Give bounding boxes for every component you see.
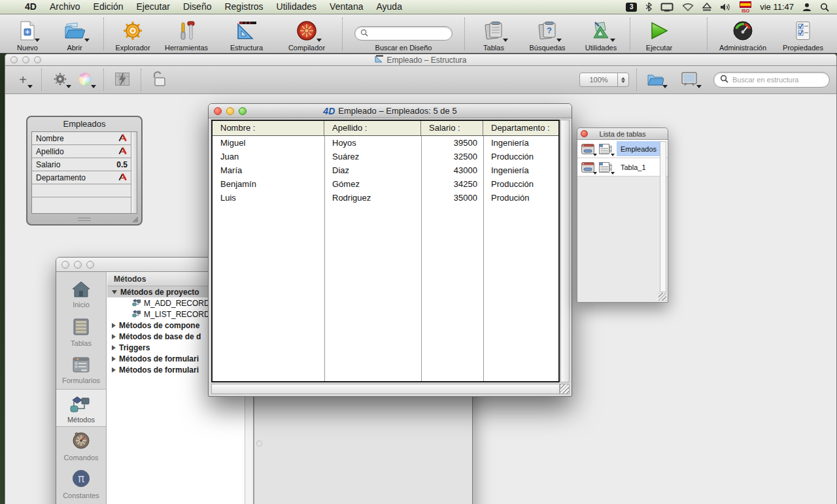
- record-row[interactable]: Juan Suárez 32500 Producción: [213, 150, 558, 163]
- structure-button[interactable]: Estructura: [216, 16, 277, 52]
- close-button[interactable]: [214, 107, 222, 115]
- menu-edicion[interactable]: Edición: [87, 0, 130, 14]
- disclosure-closed-icon[interactable]: [112, 367, 116, 373]
- administration-button[interactable]: Administración: [713, 16, 773, 52]
- field-row-apellido[interactable]: Apellido: [32, 145, 137, 158]
- field-row-departamento[interactable]: Departamento: [32, 171, 137, 184]
- output-form-icon[interactable]: [598, 161, 613, 174]
- palette-titlebar[interactable]: Lista de tablas: [577, 128, 668, 140]
- table-graphic-scrollbar[interactable]: [131, 132, 137, 213]
- records-titlebar[interactable]: 4D Empleado – Empleados: 5 de 5: [209, 104, 572, 118]
- menu-ejecutar[interactable]: Ejecutar: [130, 0, 177, 14]
- field-row-empty[interactable]: [32, 184, 137, 197]
- menu-archivo[interactable]: Archivo: [43, 0, 87, 14]
- run-button[interactable]: Ejecutar: [636, 16, 683, 52]
- spotlight-icon[interactable]: [820, 3, 829, 12]
- table-image-button[interactable]: [111, 70, 133, 90]
- zoom-button[interactable]: [86, 261, 94, 269]
- sidebar-item-inicio[interactable]: Inicio: [56, 275, 106, 313]
- record-row[interactable]: Miguel Hoyos 39500 Ingeniería: [213, 136, 558, 150]
- disclosure-closed-icon[interactable]: [112, 334, 116, 339]
- menu-ayuda[interactable]: Ayuda: [369, 0, 408, 14]
- close-button[interactable]: [581, 130, 588, 137]
- display-menu-icon[interactable]: [660, 3, 674, 12]
- menu-ventana[interactable]: Ventana: [323, 0, 369, 14]
- close-button[interactable]: [61, 261, 69, 269]
- column-divider[interactable]: [421, 136, 422, 381]
- sidebar-item-comandos[interactable]: Comandos: [56, 427, 106, 465]
- field-row-salario[interactable]: Salario 0.5: [32, 158, 137, 171]
- utilities-button[interactable]: Utilidades: [577, 16, 624, 52]
- table-list-item-tabla-1[interactable]: Tabla_1: [577, 158, 668, 176]
- close-button[interactable]: [10, 56, 18, 63]
- disclosure-closed-icon[interactable]: [112, 323, 116, 328]
- eject-icon[interactable]: [702, 3, 711, 11]
- minimize-button[interactable]: [74, 261, 82, 269]
- volume-icon[interactable]: [720, 3, 731, 12]
- zoom-button[interactable]: [34, 56, 41, 63]
- column-header-departamento[interactable]: Departamento :: [483, 121, 558, 135]
- menu-diseno[interactable]: Diseño: [177, 0, 218, 14]
- menu-utilidades[interactable]: Utilidades: [270, 0, 323, 14]
- disclosure-closed-icon[interactable]: [112, 356, 116, 361]
- pane-collapse-knob[interactable]: [256, 441, 262, 446]
- column-divider[interactable]: [483, 136, 484, 381]
- minimize-button[interactable]: [226, 107, 234, 115]
- user-account-icon[interactable]: [802, 3, 811, 12]
- column-header-apellido[interactable]: Apellido :: [324, 121, 421, 135]
- structure-table-empleados[interactable]: Empleados Nombre Apellido Salario 0.5 De…: [26, 116, 143, 226]
- structure-table-title[interactable]: Empleados: [27, 117, 141, 131]
- table-graphic-resize-handle[interactable]: [132, 216, 138, 222]
- field-row-nombre[interactable]: Nombre: [32, 132, 137, 145]
- open-button[interactable]: Abrir: [51, 16, 98, 52]
- table-list-item-empleados[interactable]: Empleados: [577, 140, 668, 158]
- palette-scrollbar[interactable]: [660, 141, 666, 292]
- window-resize-handle[interactable]: [560, 384, 570, 394]
- properties-button[interactable]: Propiedades: [773, 16, 833, 52]
- bluetooth-icon[interactable]: [645, 2, 652, 12]
- sidebar-item-metodos[interactable]: Métodos: [56, 389, 106, 427]
- display-mode-button[interactable]: [678, 70, 700, 90]
- menu-clock[interactable]: vie 11:47: [760, 2, 794, 12]
- new-button[interactable]: Nuevo: [4, 16, 51, 52]
- structure-search-input[interactable]: [732, 76, 823, 84]
- output-form-icon[interactable]: [598, 143, 613, 156]
- record-row[interactable]: Luis Rodriguez 35000 Produción: [213, 191, 558, 205]
- menu-registros[interactable]: Registros: [218, 0, 269, 14]
- design-search-input[interactable]: [371, 29, 447, 38]
- record-row[interactable]: María Diaz 43000 Ingeniería: [213, 163, 558, 177]
- lock-button[interactable]: [148, 70, 171, 90]
- wifi-icon[interactable]: [682, 3, 694, 11]
- field-row-empty[interactable]: [32, 197, 137, 210]
- column-header-salario[interactable]: Salario :: [421, 121, 483, 135]
- palette-resize-handle[interactable]: [658, 293, 666, 301]
- settings-gear-button[interactable]: [49, 70, 71, 90]
- explorer-button[interactable]: Explorador: [109, 16, 156, 52]
- horizontal-scrollbar[interactable]: [211, 384, 560, 394]
- compiler-button[interactable]: Compilador: [277, 16, 337, 52]
- vertical-scrollbar[interactable]: [560, 120, 570, 382]
- tools-button[interactable]: Herramientas: [156, 16, 216, 52]
- keyboard-layout-flag-icon[interactable]: ISO: [740, 1, 751, 13]
- minimize-button[interactable]: [22, 56, 29, 63]
- disclosure-open-icon[interactable]: [112, 290, 117, 294]
- structure-window-titlebar[interactable]: Empleado – Estructura: [5, 54, 836, 66]
- record-row[interactable]: Benjamín Gómez 34250 Producción: [213, 177, 558, 191]
- sidebar-item-tablas[interactable]: Tablas: [56, 313, 106, 351]
- zoom-stepper[interactable]: 100%: [579, 73, 629, 87]
- menu-4d[interactable]: 4D: [18, 0, 43, 14]
- column-divider[interactable]: [324, 136, 325, 381]
- color-wheel-button[interactable]: [74, 70, 96, 90]
- sidebar-item-constantes[interactable]: π Constantes: [56, 465, 106, 503]
- sidebar-item-formularios[interactable]: Formularios: [56, 351, 106, 389]
- folders-button[interactable]: [644, 70, 666, 90]
- zoom-button[interactable]: [239, 107, 247, 115]
- tables-button[interactable]: Tablas: [470, 16, 517, 52]
- queries-button[interactable]: ? Búsquedas: [517, 16, 577, 52]
- column-header-nombre[interactable]: Nombre :: [213, 121, 324, 135]
- add-table-button[interactable]: +: [12, 70, 34, 90]
- spaces-menu-icon[interactable]: 3: [626, 3, 637, 12]
- disclosure-closed-icon[interactable]: [112, 345, 116, 350]
- input-form-icon[interactable]: [580, 161, 596, 174]
- input-form-icon[interactable]: [580, 143, 596, 156]
